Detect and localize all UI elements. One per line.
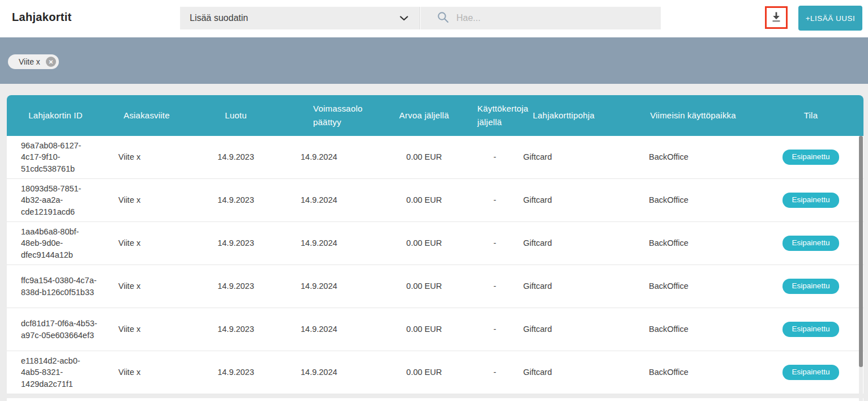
close-icon[interactable]: ✕ bbox=[46, 57, 56, 67]
cell-giftcard-id: 1aa4b6a8-80bf-48eb-9d0e-dfec9144a12b bbox=[7, 222, 104, 265]
table-header-row: Lahjakortin ID Asiakasviite Luotu Voimas… bbox=[7, 95, 863, 136]
cell-customer-reference: Viite x bbox=[104, 222, 189, 265]
table-row[interactable]: ffc9a154-0380-4c7a-838d-b126c0f51b33 Vii… bbox=[7, 265, 863, 308]
cell-value-remaining: 0.00 EUR bbox=[379, 179, 469, 222]
cell-created: 14.9.2023 bbox=[189, 351, 283, 394]
cell-status: Esipainettu bbox=[758, 222, 863, 265]
column-header-value-remaining: Arvoa jäljellä bbox=[379, 95, 469, 136]
add-new-button[interactable]: +LISÄÄ UUSI bbox=[798, 6, 862, 31]
column-header-giftcard-id: Lahjakortin ID bbox=[7, 95, 104, 136]
cell-valid-until: 14.9.2024 bbox=[283, 179, 379, 222]
column-header-uses-remaining: Käyttökertoja jäljellä bbox=[469, 95, 520, 136]
column-header-template: Lahjakorttipohja bbox=[520, 95, 628, 136]
status-badge: Esipainettu bbox=[783, 193, 839, 208]
cell-template: Giftcard bbox=[520, 265, 628, 308]
cell-value-remaining: 0.00 EUR bbox=[379, 351, 469, 394]
active-filters-bar: Viite x ✕ bbox=[0, 37, 868, 84]
cell-status: Esipainettu bbox=[758, 136, 863, 179]
scrollbar-thumb[interactable] bbox=[859, 136, 863, 367]
table-row[interactable]: 1aa4b6a8-80bf-48eb-9d0e-dfec9144a12b Vii… bbox=[7, 222, 863, 265]
cell-valid-until: 14.9.2024 bbox=[283, 351, 379, 394]
search-input[interactable] bbox=[456, 13, 643, 23]
cell-template: Giftcard bbox=[520, 179, 628, 222]
status-badge: Esipainettu bbox=[783, 236, 839, 251]
cell-value-remaining: 0.00 EUR bbox=[379, 265, 469, 308]
column-header-created: Luotu bbox=[189, 95, 283, 136]
giftcards-table: Lahjakortin ID Asiakasviite Luotu Voimas… bbox=[7, 95, 863, 394]
cell-created: 14.9.2023 bbox=[189, 179, 283, 222]
table-row[interactable]: 96a7ab08-6127-4c17-9f10-51cdc538761b Vii… bbox=[7, 136, 863, 179]
cell-uses-remaining: - bbox=[469, 308, 520, 351]
cell-last-used-location: BackOffice bbox=[628, 265, 758, 308]
status-badge: Esipainettu bbox=[783, 279, 839, 294]
cell-valid-until: 14.9.2024 bbox=[283, 308, 379, 351]
cell-created: 14.9.2023 bbox=[189, 222, 283, 265]
download-button[interactable] bbox=[765, 6, 788, 29]
cell-created: 14.9.2023 bbox=[189, 308, 283, 351]
cell-customer-reference: Viite x bbox=[104, 136, 189, 179]
cell-uses-remaining: - bbox=[469, 179, 520, 222]
add-filter-dropdown[interactable]: Lisää suodatin bbox=[180, 7, 420, 29]
cell-template: Giftcard bbox=[520, 308, 628, 351]
cell-customer-reference: Viite x bbox=[104, 179, 189, 222]
top-bar: Lahjakortit Lisää suodatin +LISÄÄ UUSI bbox=[0, 0, 868, 37]
cell-valid-until: 14.9.2024 bbox=[283, 265, 379, 308]
cell-giftcard-id: e11814d2-acb0-4ab5-8321-1429da2c71f1 bbox=[7, 351, 104, 394]
table-scrollbar[interactable] bbox=[859, 136, 863, 401]
cell-created: 14.9.2023 bbox=[189, 265, 283, 308]
page-title: Lahjakortit bbox=[12, 11, 72, 24]
table-area: Lahjakortin ID Asiakasviite Luotu Voimas… bbox=[0, 84, 868, 401]
cell-valid-until: 14.9.2024 bbox=[283, 136, 379, 179]
status-badge: Esipainettu bbox=[783, 150, 839, 165]
cell-value-remaining: 0.00 EUR bbox=[379, 136, 469, 179]
cell-template: Giftcard bbox=[520, 136, 628, 179]
chevron-down-icon bbox=[400, 13, 408, 23]
cell-valid-until: 14.9.2024 bbox=[283, 222, 379, 265]
cell-giftcard-id: 96a7ab08-6127-4c17-9f10-51cdc538761b bbox=[7, 136, 104, 179]
download-icon bbox=[770, 11, 783, 25]
cell-uses-remaining: - bbox=[469, 222, 520, 265]
status-badge: Esipainettu bbox=[783, 322, 839, 337]
cell-giftcard-id: ffc9a154-0380-4c7a-838d-b126c0f51b33 bbox=[7, 265, 104, 308]
table-row[interactable]: dcf81d17-0f6a-4b53-a97c-05e603664ef3 Vii… bbox=[7, 308, 863, 351]
column-header-last-used-location: Viimeisin käyttöpaikka bbox=[628, 95, 758, 136]
cell-last-used-location: BackOffice bbox=[628, 308, 758, 351]
filter-chip[interactable]: Viite x ✕ bbox=[8, 54, 59, 69]
cell-customer-reference: Viite x bbox=[104, 265, 189, 308]
search-box[interactable] bbox=[421, 7, 661, 29]
cell-uses-remaining: - bbox=[469, 265, 520, 308]
filter-chip-label: Viite x bbox=[19, 57, 40, 66]
cell-giftcard-id: dcf81d17-0f6a-4b53-a97c-05e603664ef3 bbox=[7, 308, 104, 351]
cell-customer-reference: Viite x bbox=[104, 308, 189, 351]
cell-status: Esipainettu bbox=[758, 308, 863, 351]
giftcards-table-body: 96a7ab08-6127-4c17-9f10-51cdc538761b Vii… bbox=[7, 136, 863, 394]
cell-giftcard-id: 18093d58-7851-4b32-aa2a-cde12191acd6 bbox=[7, 179, 104, 222]
search-icon bbox=[437, 11, 456, 25]
cell-customer-reference: Viite x bbox=[104, 351, 189, 394]
partial-next-row bbox=[7, 398, 863, 401]
column-header-status: Tila bbox=[758, 95, 863, 136]
cell-last-used-location: BackOffice bbox=[628, 179, 758, 222]
column-header-valid-until: Voimassaolo päättyy bbox=[283, 95, 379, 136]
cell-uses-remaining: - bbox=[469, 351, 520, 394]
cell-status: Esipainettu bbox=[758, 265, 863, 308]
cell-created: 14.9.2023 bbox=[189, 136, 283, 179]
table-row[interactable]: 18093d58-7851-4b32-aa2a-cde12191acd6 Vii… bbox=[7, 179, 863, 222]
cell-template: Giftcard bbox=[520, 222, 628, 265]
cell-template: Giftcard bbox=[520, 351, 628, 394]
add-filter-label: Lisää suodatin bbox=[190, 13, 248, 23]
cell-last-used-location: BackOffice bbox=[628, 351, 758, 394]
table-row[interactable]: e11814d2-acb0-4ab5-8321-1429da2c71f1 Vii… bbox=[7, 351, 863, 394]
status-badge: Esipainettu bbox=[783, 365, 839, 380]
cell-uses-remaining: - bbox=[469, 136, 520, 179]
cell-value-remaining: 0.00 EUR bbox=[379, 222, 469, 265]
column-header-customer-reference: Asiakasviite bbox=[104, 95, 189, 136]
cell-status: Esipainettu bbox=[758, 351, 863, 394]
cell-last-used-location: BackOffice bbox=[628, 222, 758, 265]
cell-last-used-location: BackOffice bbox=[628, 136, 758, 179]
cell-value-remaining: 0.00 EUR bbox=[379, 308, 469, 351]
cell-status: Esipainettu bbox=[758, 179, 863, 222]
